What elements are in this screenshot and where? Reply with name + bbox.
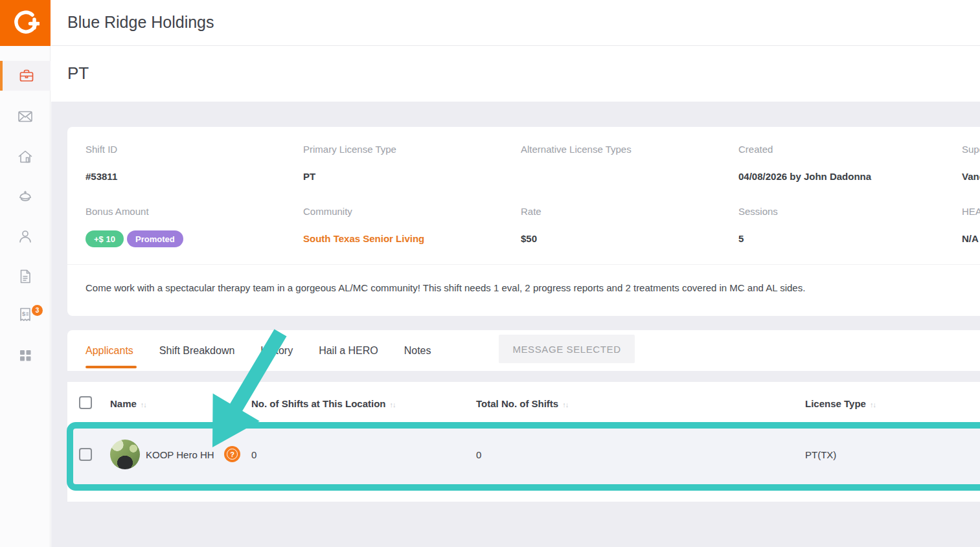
document-icon	[17, 268, 34, 285]
hearts-label: HEAR	[962, 206, 980, 217]
row-checkbox[interactable]	[79, 448, 92, 461]
supervisor-label: Super	[962, 144, 980, 155]
primary-license-value: PT	[303, 171, 315, 182]
bonus-amount-badge: +$ 10	[85, 230, 124, 247]
top-header: Blue Ridge Holdings	[51, 0, 980, 46]
message-selected-button[interactable]: MESSAGE SELECTED	[499, 335, 635, 363]
help-icon[interactable]: ?	[224, 446, 240, 462]
community-label: Community	[303, 206, 352, 217]
card-divider	[67, 264, 980, 265]
sidebar-item-documents[interactable]	[0, 262, 51, 291]
tabs-bar: Applicants Shift Breakdown History Hail …	[67, 330, 980, 371]
nurse-cap-icon	[17, 188, 34, 205]
promoted-badge: Promoted	[127, 230, 183, 247]
sidebar-item-apps[interactable]	[0, 340, 51, 370]
bonus-label: Bonus Amount	[85, 206, 149, 217]
alt-license-label: Alternative License Types	[521, 144, 632, 155]
sort-icon[interactable]: ↑↓	[390, 401, 396, 408]
page-title: PT	[67, 63, 89, 84]
shift-description: Come work with a spectacular therapy tea…	[85, 282, 805, 293]
briefcase-icon	[18, 67, 35, 84]
app-window: Blue Ridge Holdings PT	[0, 0, 980, 547]
rate-value: $50	[521, 233, 537, 244]
question-mark-icon: ?	[227, 449, 238, 460]
sort-icon[interactable]: ↑↓	[141, 401, 146, 408]
select-all-checkbox[interactable]	[79, 396, 92, 409]
shift-id-value: #53811	[85, 171, 117, 182]
sidebar-item-messages[interactable]	[0, 102, 51, 131]
tab-shift-breakdown[interactable]: Shift Breakdown	[159, 345, 235, 357]
sidebar-item-communities[interactable]	[0, 142, 51, 172]
applicant-avatar[interactable]	[110, 440, 140, 469]
koop-logo-icon	[11, 9, 40, 38]
supervisor-value: Vanes	[962, 171, 980, 182]
sessions-label: Sessions	[738, 206, 778, 217]
col-header-license-type[interactable]: License Type↑↓	[805, 398, 876, 409]
grid-icon	[17, 347, 34, 364]
sessions-value: 5	[738, 233, 744, 244]
home-icon	[17, 148, 34, 165]
created-value: 04/08/2026 by John Dadonna	[738, 171, 871, 182]
billing-count-badge: 3	[32, 305, 43, 316]
cell-shifts-at-location: 0	[251, 449, 256, 460]
svg-text:$: $	[22, 310, 26, 317]
sidebar-item-profile[interactable]	[0, 221, 51, 251]
tabs-row: Applicants Shift Breakdown History Hail …	[85, 330, 431, 371]
cell-license-type: PT(TX)	[805, 449, 836, 460]
sub-header: PT	[51, 46, 980, 102]
sidebar-item-billing[interactable]: $ 3	[0, 301, 51, 331]
company-title: Blue Ridge Holdings	[67, 13, 214, 32]
receipt-icon: $	[17, 306, 34, 323]
sort-icon[interactable]: ↑↓	[870, 401, 876, 408]
active-tab-underline	[85, 366, 137, 368]
applicant-name[interactable]: KOOP Hero HH	[146, 449, 214, 460]
primary-license-label: Primary License Type	[303, 144, 396, 155]
shift-details-card: Shift ID Primary License Type Alternativ…	[67, 127, 980, 316]
tab-history[interactable]: History	[260, 345, 293, 357]
sidebar-item-heroes[interactable]	[0, 181, 51, 211]
cell-total-shifts: 0	[476, 449, 481, 460]
person-icon	[17, 228, 34, 245]
sort-icon[interactable]: ↑↓	[562, 401, 568, 408]
sidebar-item-shifts[interactable]	[0, 61, 51, 91]
col-header-name[interactable]: Name↑↓	[110, 398, 146, 409]
community-link[interactable]: South Texas Senior Living	[303, 233, 424, 244]
col-header-shifts-at-location[interactable]: No. of Shifts at This Location↑↓	[251, 398, 396, 409]
col-header-total-shifts[interactable]: Total No. of Shifts↑↓	[476, 398, 568, 409]
shift-id-label: Shift ID	[85, 144, 117, 155]
app-logo[interactable]	[0, 0, 51, 46]
tab-notes[interactable]: Notes	[404, 345, 431, 357]
tab-applicants[interactable]: Applicants	[85, 345, 133, 357]
tab-hail-a-hero[interactable]: Hail a HERO	[319, 345, 378, 357]
rate-label: Rate	[521, 206, 541, 217]
envelope-icon	[17, 108, 34, 125]
created-label: Created	[738, 144, 773, 155]
hearts-value: N/A	[962, 233, 979, 244]
